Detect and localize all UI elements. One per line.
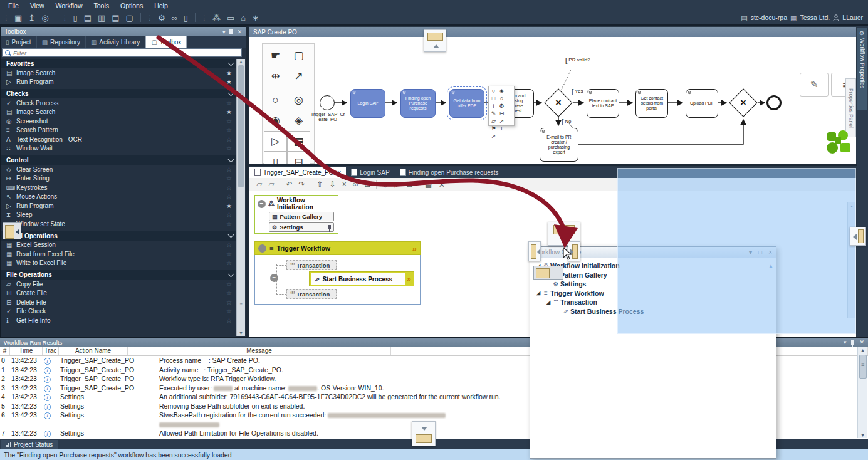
end-event-icon[interactable]: ◉ bbox=[264, 110, 287, 131]
space-tool-icon[interactable]: ⇹ bbox=[264, 66, 287, 86]
task-place-contract[interactable]: ⚙Place contract text in SAP bbox=[587, 89, 619, 118]
data-store-icon[interactable]: ⊟ bbox=[287, 152, 310, 164]
favorite-star-icon[interactable]: ☆ bbox=[226, 100, 232, 107]
menu-file[interactable]: File bbox=[3, 2, 24, 9]
save-icon[interactable]: ▣ bbox=[14, 13, 22, 23]
favorite-star-icon[interactable]: ☆ bbox=[226, 299, 232, 306]
tools-icon[interactable]: ⚒ bbox=[438, 180, 445, 189]
remote-desktop-icon[interactable]: ▭ bbox=[227, 13, 234, 23]
settings-button[interactable]: ⚙ Settings bbox=[269, 222, 334, 232]
favorite-star-icon[interactable]: ☆ bbox=[226, 175, 232, 182]
column-header-message[interactable]: Message bbox=[128, 347, 391, 355]
home-icon[interactable]: ⌂ bbox=[241, 13, 246, 23]
folder-icon[interactable]: ▱ bbox=[489, 117, 498, 125]
repository-icon[interactable]: ▤ bbox=[84, 13, 92, 23]
task-upload-pdf[interactable]: ⚙Upload PDF bbox=[686, 89, 718, 118]
delete-icon[interactable]: × bbox=[342, 180, 347, 189]
favorite-star-icon[interactable]: ☆ bbox=[226, 118, 232, 125]
move-up-icon[interactable]: ⇧ bbox=[317, 180, 323, 189]
report-icon[interactable]: ▤ bbox=[112, 13, 119, 23]
publish-icon[interactable]: ↥ bbox=[28, 13, 35, 23]
favorite-star-icon[interactable]: ☆ bbox=[226, 290, 232, 296]
scroll-up-icon[interactable]: ▲ bbox=[237, 60, 245, 64]
menu-options[interactable]: Options bbox=[115, 2, 149, 9]
start-business-process-button[interactable]: ⇗ Start Business Process bbox=[311, 273, 405, 285]
toolbox-item-write-to-excel-file[interactable]: ▦Write to Excel File☆ bbox=[1, 259, 238, 268]
column-header-time[interactable]: Time bbox=[10, 347, 43, 355]
toolbox-item-image-search[interactable]: ▤Image Search★ bbox=[1, 108, 238, 117]
toolbox-item-delete-file[interactable]: ⊟Delete File☆ bbox=[1, 298, 238, 307]
new-item-icon[interactable]: ∗ bbox=[252, 13, 259, 23]
toolbox-item-screenshot[interactable]: ◎Screenshot☆ bbox=[1, 117, 238, 126]
tab-repository[interactable]: ▤Repository bbox=[37, 36, 86, 48]
trigger-workflow-header[interactable]: − ≡ Trigger Workflow » bbox=[254, 241, 421, 255]
toolbox-item-text-recognition-ocr[interactable]: AText Recognition - OCR☆ bbox=[1, 135, 238, 144]
attachment-icon[interactable]: ∞ bbox=[172, 13, 177, 23]
toolbox-item-keystrokes[interactable]: ⌨Keystrokes☆ bbox=[1, 183, 238, 192]
run-icon[interactable]: ▷ bbox=[395, 180, 400, 189]
append-task-icon[interactable]: □ bbox=[489, 95, 498, 102]
close-tab-icon[interactable]: × bbox=[337, 169, 341, 176]
copy-icon[interactable]: ▱ bbox=[256, 180, 262, 189]
menu-help[interactable]: Help bbox=[149, 2, 174, 9]
process-graph-icon[interactable]: ⁂ bbox=[212, 13, 221, 23]
editor-tab-finding-open-purchase-requests[interactable]: Finding open Purchase requests bbox=[395, 167, 504, 178]
favorite-star-icon[interactable]: ☆ bbox=[226, 193, 232, 200]
start-event-icon[interactable]: ○ bbox=[264, 90, 287, 110]
toolbox-item-run-program[interactable]: ▷Run Program★ bbox=[1, 78, 238, 87]
favorite-star-icon[interactable]: ☆ bbox=[226, 166, 232, 173]
delete-icon[interactable]: ⊟ bbox=[498, 110, 506, 117]
start-event[interactable] bbox=[320, 95, 335, 110]
expand-icon[interactable]: » bbox=[412, 244, 417, 253]
scroll-grip-icon[interactable]: ≡ bbox=[237, 302, 245, 306]
favorite-star-icon[interactable]: ☆ bbox=[226, 259, 232, 266]
lasso-tool-icon[interactable]: ▢ bbox=[287, 45, 310, 66]
tab-project-status[interactable]: Project Status bbox=[1, 440, 58, 449]
favorite-star-icon[interactable]: ☆ bbox=[226, 136, 232, 143]
menu-tools[interactable]: Tools bbox=[88, 2, 115, 9]
append-intermediate-icon[interactable]: ○ bbox=[498, 95, 506, 102]
task-icon[interactable]: ▷ bbox=[264, 131, 287, 152]
document-info-icon[interactable]: ▯ bbox=[184, 13, 188, 23]
add-icon[interactable]: + bbox=[498, 125, 506, 132]
edit-icon[interactable]: ✎ bbox=[489, 110, 498, 117]
append-event-icon[interactable]: ○ bbox=[489, 87, 498, 95]
validate-icon[interactable]: ◎ bbox=[41, 13, 48, 23]
toolbox-item-read-from-excel-file[interactable]: ▦Read from Excel File☆ bbox=[1, 249, 238, 259]
toolbox-item-window-set-state[interactable]: ▣Window set State☆ bbox=[1, 219, 238, 229]
close-icon[interactable]: ✕ bbox=[859, 339, 864, 345]
toolbox-item-sleep[interactable]: ⧗Sleep☆ bbox=[1, 211, 238, 220]
settings-icon[interactable]: ⚙ bbox=[498, 102, 506, 110]
connection-tool-icon[interactable]: ↗ bbox=[287, 66, 310, 86]
favorite-star-icon[interactable]: ★ bbox=[226, 78, 232, 85]
window-menu-icon[interactable]: ▾ bbox=[844, 339, 847, 345]
toolbox-item-mouse-actions[interactable]: ↖Mouse Actions☆ bbox=[1, 192, 238, 202]
end-event[interactable] bbox=[766, 95, 782, 110]
pattern-gallery-button[interactable]: ▤ Pattern Gallery bbox=[269, 212, 334, 221]
arrow-icon[interactable]: ↗ bbox=[489, 132, 498, 140]
subprocess-icon[interactable]: ▤ bbox=[287, 131, 310, 152]
toolbox-item-copy-file[interactable]: ▱Copy File☆ bbox=[1, 280, 238, 289]
toolbox-item-window-wait[interactable]: ∷Window Wait☆ bbox=[1, 144, 238, 154]
favorite-star-icon[interactable]: ★ bbox=[226, 202, 232, 209]
editor-tab-login-sap[interactable]: Login SAP bbox=[346, 167, 394, 178]
transaction-chip[interactable]: ““ Transaction bbox=[286, 289, 337, 299]
toolbox-item-excel-session[interactable]: ▦Excel Session☆ bbox=[1, 241, 238, 250]
collapse-icon[interactable]: − bbox=[270, 274, 278, 282]
window-menu-icon[interactable]: ▾ bbox=[222, 29, 226, 35]
intermediate-event-icon[interactable]: ◎ bbox=[287, 90, 310, 110]
favorite-star-icon[interactable]: ★ bbox=[226, 70, 232, 76]
tab-workflow-properties[interactable]: ⚙ Workflow Properties bbox=[857, 28, 867, 110]
toolbox-scrollbar[interactable]: ▲ ≡ ▼ bbox=[236, 59, 245, 336]
data-object-icon[interactable]: ▯ bbox=[264, 152, 287, 164]
print-icon[interactable]: ▤ bbox=[425, 180, 432, 189]
collapse-icon[interactable]: − bbox=[258, 200, 266, 208]
breakpoint-icon[interactable]: ◈ bbox=[382, 180, 388, 189]
move-down-icon[interactable]: ⇩ bbox=[330, 180, 336, 189]
export-icon[interactable]: ⊟ bbox=[364, 180, 370, 189]
pan-tool-icon[interactable]: ☛ bbox=[264, 45, 287, 66]
flag-icon[interactable]: ⚑ bbox=[489, 125, 498, 132]
favorite-star-icon[interactable]: ☆ bbox=[226, 281, 232, 288]
scroll-up-icon[interactable]: ▲ bbox=[858, 348, 867, 352]
transaction-chip[interactable]: ““ Transaction bbox=[286, 260, 337, 270]
